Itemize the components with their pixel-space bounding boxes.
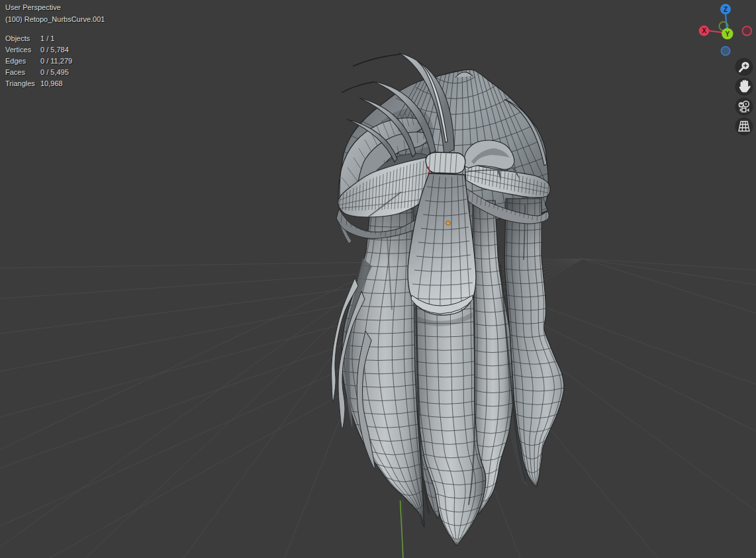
svg-text:X: X <box>702 27 706 34</box>
svg-text:Z: Z <box>724 6 728 13</box>
svg-text:Y: Y <box>725 30 730 38</box>
